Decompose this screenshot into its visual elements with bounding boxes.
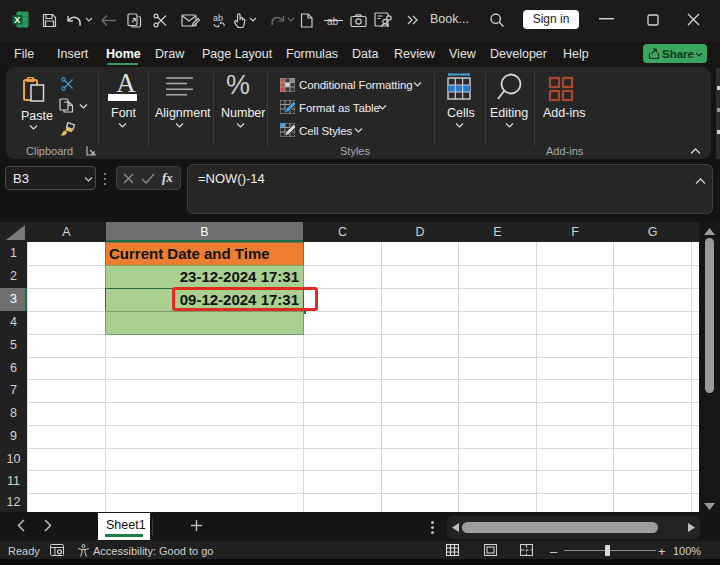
svg-text:X: X: [14, 15, 20, 25]
svg-text:ab: ab: [213, 13, 223, 23]
